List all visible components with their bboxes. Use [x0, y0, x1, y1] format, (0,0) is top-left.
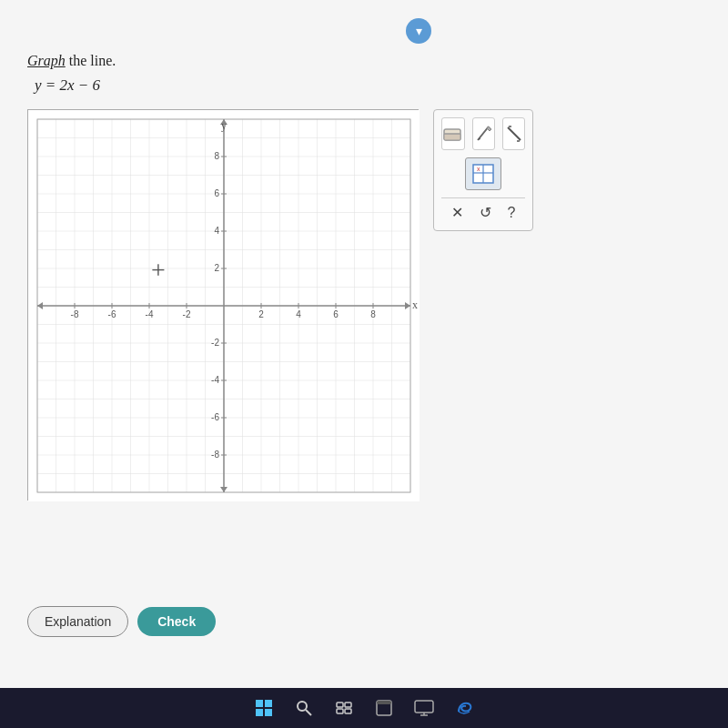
windows-icon[interactable]	[251, 695, 277, 721]
table-button[interactable]: x	[465, 157, 501, 190]
svg-rect-13	[256, 700, 263, 707]
graph-word: Graph	[27, 53, 66, 68]
svg-line-18	[306, 710, 311, 715]
monitor-icon[interactable]	[411, 695, 437, 721]
eraser-icon	[442, 124, 464, 144]
explanation-button[interactable]: Explanation	[27, 606, 128, 637]
svg-rect-16	[265, 709, 272, 716]
graph-canvas[interactable]	[28, 110, 420, 501]
svg-marker-4	[487, 126, 491, 131]
line-button[interactable]	[502, 117, 525, 150]
help-tool-button[interactable]: ?	[504, 203, 520, 223]
svg-line-6	[508, 127, 521, 140]
pencil-button[interactable]	[472, 117, 495, 150]
svg-rect-1	[444, 134, 460, 140]
browser-icon-1[interactable]	[371, 695, 397, 721]
toolbar-row-mid: x	[441, 157, 525, 190]
search-icon[interactable]	[291, 695, 317, 721]
table-icon: x	[471, 163, 495, 185]
work-area: +	[27, 109, 701, 500]
toolbar: x ✕ ↺ ?	[433, 109, 533, 231]
graph-container[interactable]: +	[27, 109, 419, 500]
svg-rect-19	[337, 703, 343, 707]
toolbar-row-bottom: ✕ ↺ ?	[441, 197, 525, 223]
pencil-icon	[474, 124, 494, 144]
svg-rect-20	[345, 703, 351, 707]
bottom-bar: Explanation Check	[0, 595, 728, 648]
eraser-button[interactable]	[441, 117, 465, 150]
instruction-rest: the line.	[69, 53, 116, 68]
toolbar-row-top	[441, 117, 525, 150]
svg-rect-21	[337, 709, 343, 713]
svg-rect-22	[345, 709, 351, 713]
line-icon	[504, 124, 524, 144]
delete-tool-button[interactable]: ✕	[448, 202, 467, 223]
check-button[interactable]: Check	[137, 607, 216, 636]
svg-rect-25	[415, 701, 433, 713]
instruction-line: Graph the line.	[27, 53, 701, 69]
chevron-button[interactable]: ▾	[406, 18, 431, 44]
chevron-area: ▾	[27, 18, 701, 44]
svg-rect-15	[256, 709, 263, 716]
svg-rect-24	[377, 701, 391, 704]
svg-point-17	[298, 702, 307, 711]
main-content: ▾ Graph the line. y = 2x − 6 +	[0, 0, 728, 692]
svg-text:x: x	[477, 166, 480, 172]
edge-icon[interactable]	[451, 695, 477, 721]
undo-tool-button[interactable]: ↺	[476, 202, 495, 223]
taskview-icon[interactable]	[331, 695, 357, 721]
taskbar	[0, 688, 728, 728]
svg-rect-14	[265, 700, 272, 707]
equation-line: y = 2x − 6	[35, 76, 701, 95]
